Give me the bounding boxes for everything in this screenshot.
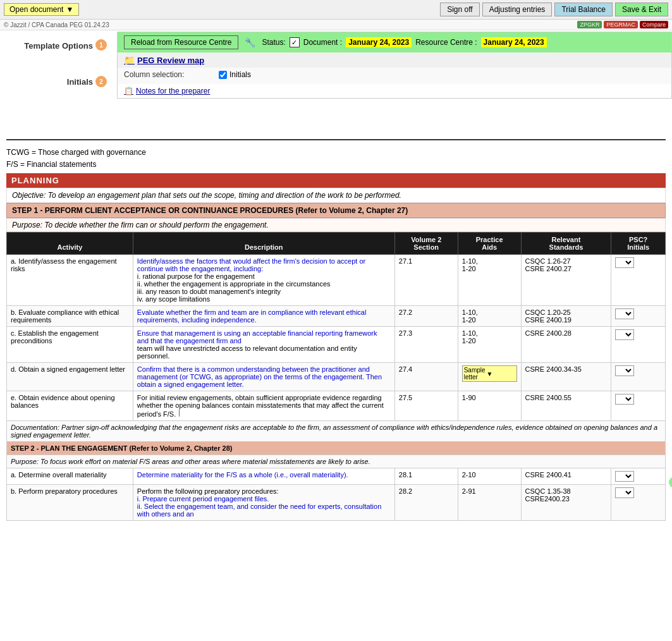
initials-checkbox-row: Initials	[219, 70, 251, 79]
initials-checkbox[interactable]	[219, 71, 227, 79]
activity-c: c. Establish the engagement precondition…	[7, 327, 133, 363]
objective-row: Objective: To develop an engagement plan…	[6, 188, 666, 203]
notes-link[interactable]: 📋 Notes for the preparer	[118, 84, 671, 98]
practice-b: 1-10,1-20	[458, 306, 521, 327]
table-row: b. Evaluate compliance with ethical requ…	[7, 306, 666, 327]
vol2-a: 27.1	[394, 255, 458, 306]
step2-purpose-row: Purpose: To focus work effort on materia…	[7, 455, 666, 468]
psc-dropdown-c[interactable]	[615, 329, 634, 340]
activity-2b: b. Perform preparatory procedures	[7, 485, 133, 521]
document-date: January 24, 2023	[346, 37, 412, 47]
practice-e: 1-90	[458, 391, 521, 421]
vol2-2a: 28.1	[394, 468, 458, 485]
relevant-2b: CSQC 1.35-38CSRE2400.23	[521, 485, 611, 521]
practice-2b: 2-91	[458, 485, 521, 521]
initials-checkbox-label: Initials	[229, 70, 251, 79]
documentation-row: Documentation: Partner sign-off acknowle…	[7, 421, 666, 442]
description-d: Confirm that there is a common understan…	[133, 363, 394, 391]
activity-a: a. Identify/assess the engagement risks	[7, 255, 133, 306]
description-c: Ensure that management is using an accep…	[133, 327, 394, 363]
practice-c: 1-10,1-20	[458, 327, 521, 363]
initials-label-wrapper: Initials 2	[0, 48, 117, 87]
step2-header-row: STEP 2 - PLAN THE ENGAGEMENT (Refer to V…	[7, 442, 666, 455]
description-a: Identify/assess the factors that would a…	[133, 255, 394, 306]
activity-d: d. Obtain a signed engagement letter	[7, 363, 133, 391]
practice-a: 1-10,1-20	[458, 255, 521, 306]
vol2-b: 27.2	[394, 306, 458, 327]
table-row: d. Obtain a signed engagement letter Con…	[7, 363, 666, 391]
resource-label: Resource Centre :	[415, 38, 477, 47]
main-table-container: PLANNING Objective: To develop an engage…	[0, 173, 672, 521]
status-checkbox[interactable]: ✓	[290, 37, 300, 47]
peg-review-title[interactable]: 📁 PEG Review map	[124, 55, 665, 65]
practice-d: Sampleletter ▼	[458, 363, 521, 391]
step1-purpose: Purpose: To decide whether the firm can …	[6, 218, 666, 232]
table-row: e. Obtain evidence about opening balance…	[7, 391, 666, 421]
pegrmac-badge[interactable]: PEGRMAC	[604, 21, 638, 28]
table-row: a. Determine overall materiality Determi…	[7, 468, 666, 485]
relevant-e: CSRE 2400.55	[521, 391, 611, 421]
initials-badge: 2	[95, 76, 107, 87]
initials-content-area: Column selection: Initials	[118, 68, 671, 84]
save-exit-button[interactable]: Save & Exit	[615, 3, 668, 16]
psc-c	[611, 327, 666, 363]
zpgkr-badge[interactable]: ZPGKR	[577, 21, 602, 28]
description-2a: Determine materiality for the F/S as a w…	[133, 468, 394, 485]
status-area: Status: ✓ Document : January 24, 2023 Re…	[262, 37, 546, 47]
col-header-practice: PracticeAids	[458, 233, 521, 255]
status-label: Status:	[262, 38, 285, 47]
resource-date: January 24, 2023	[481, 37, 547, 47]
sample-letter-dropdown[interactable]: Sampleletter ▼	[462, 365, 517, 382]
legend-area: TCWG = Those charged with governance F/S…	[0, 144, 672, 173]
reload-icon: 🔧	[245, 37, 255, 47]
column-selection-label: Column selection:	[124, 70, 206, 79]
vol2-e: 27.5	[394, 391, 458, 421]
relevant-c: CSRE 2400.28	[521, 327, 611, 363]
psc-2a	[611, 468, 666, 485]
peg-title-text: PEG Review map	[137, 56, 204, 65]
col-header-relevant: RelevantStandards	[521, 233, 611, 255]
vol2-c: 27.3	[394, 327, 458, 363]
vol2-d: 27.4	[394, 363, 458, 391]
step1-purpose-text: Purpose: To decide whether the firm can …	[12, 221, 269, 229]
folder-icon: 📁	[124, 55, 135, 65]
sign-off-button[interactable]: Sign off	[440, 3, 479, 16]
documentation-text: Documentation: Partner sign-off acknowle…	[7, 421, 666, 442]
reload-button[interactable]: Reload from Resource Centre	[124, 35, 238, 49]
psc-e	[611, 391, 666, 421]
initials-left: Column selection:	[124, 70, 206, 82]
psc-dropdown-b[interactable]	[615, 308, 634, 319]
wp-ref-badge: 3	[669, 477, 672, 488]
adjusting-entries-button[interactable]: Adjusting entries	[482, 3, 553, 16]
compare-badge[interactable]: Compare	[640, 21, 668, 28]
table-row: a. Identify/assess the engagement risks …	[7, 255, 666, 306]
copyright-text: © Jazzit / CPA Canada PEG 01.24.23	[4, 21, 109, 28]
step1-header: STEP 1 - PERFORM CLIENT ACCEPTANCE OR CO…	[6, 203, 666, 218]
trial-balance-button[interactable]: Trial Balance	[554, 3, 613, 16]
description-e: For initial review engagements, obtain s…	[133, 391, 394, 421]
practice-2a: 2-10	[458, 468, 521, 485]
psc-dropdown-e[interactable]	[615, 394, 634, 405]
psc-dropdown-2b[interactable]	[615, 487, 634, 498]
col-header-psc: PSC?Initials	[611, 233, 666, 255]
description-2b: Perform the following preparatory proced…	[133, 485, 394, 521]
notes-link-text: Notes for the preparer	[136, 87, 210, 95]
relevant-2a: CSRE 2400.41	[521, 468, 611, 485]
description-b: Evaluate whether the firm and team are i…	[133, 306, 394, 327]
document-label: Document :	[303, 38, 342, 47]
legend-item-2: F/S = Financial statements	[6, 159, 666, 171]
psc-dropdown-d[interactable]	[615, 365, 634, 376]
initials-checkbox-area: Initials	[206, 70, 251, 79]
psc-dropdown-a[interactable]	[615, 257, 634, 268]
table-header-row: Activity Description Volume 2Section Pra…	[7, 233, 666, 255]
dropdown-arrow: ▼	[487, 370, 493, 377]
objective-text: Objective: To develop an engagement plan…	[12, 191, 401, 200]
step2-header: STEP 2 - PLAN THE ENGAGEMENT (Refer to V…	[7, 442, 666, 455]
psc-dropdown-2a[interactable]	[615, 471, 634, 482]
main-data-table: Activity Description Volume 2Section Pra…	[6, 232, 666, 521]
psc-b	[611, 306, 666, 327]
open-document-button[interactable]: Open document ▼	[4, 3, 79, 16]
col-header-description: Description	[133, 233, 394, 255]
relevant-b: CSQC 1.20-25CSRE 2400.19	[521, 306, 611, 327]
dropdown-arrow-icon: ▼	[66, 5, 73, 14]
